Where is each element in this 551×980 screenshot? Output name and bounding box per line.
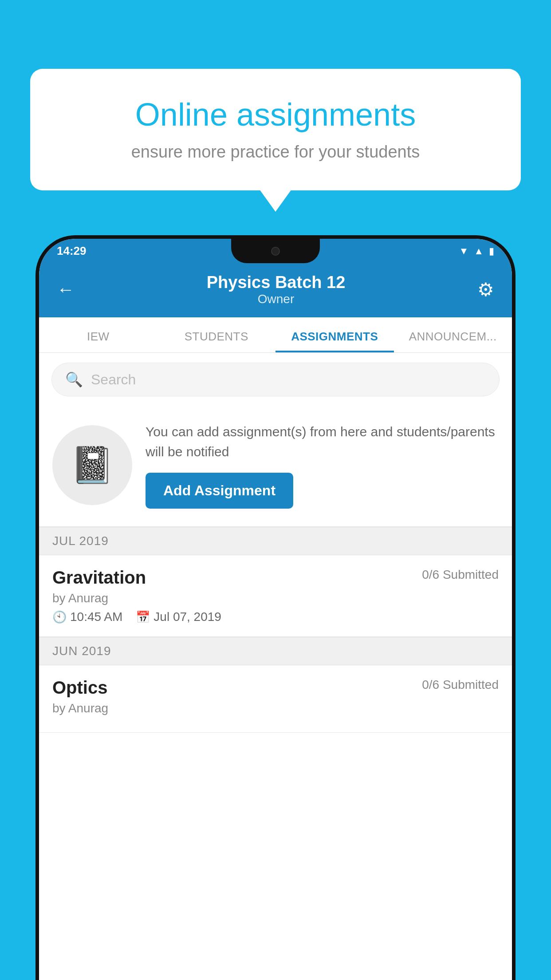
search-icon: 🔍 [65,371,83,388]
search-bar[interactable]: 🔍 Search [51,363,500,396]
promo-icon-circle: 📓 [52,425,132,505]
tab-students[interactable]: STUDENTS [157,317,276,352]
header-title: Physics Batch 12 [75,273,477,292]
status-bar: 14:29 ▼ ▲ ▮ [39,239,512,263]
notch [231,239,320,263]
assignment-meta: 🕙 10:45 AM 📅 Jul 07, 2019 [52,610,499,624]
assignment-by-optics: by Anurag [52,701,499,715]
calendar-icon: 📅 [136,610,150,624]
notebook-icon: 📓 [70,444,114,486]
assignment-submitted-optics: 0/6 Submitted [422,678,499,692]
back-button[interactable]: ← [57,280,75,300]
assignment-top-row: Gravitation 0/6 Submitted [52,568,499,588]
assignment-date-value: Jul 07, 2019 [153,610,221,624]
speech-bubble-container: Online assignments ensure more practice … [30,69,521,190]
assignment-item-gravitation[interactable]: Gravitation 0/6 Submitted by Anurag 🕙 10… [39,555,512,637]
bubble-subtitle: ensure more practice for your students [61,142,490,162]
camera-dot [271,247,280,256]
assignment-date: 📅 Jul 07, 2019 [136,610,221,624]
assignment-time: 🕙 10:45 AM [52,610,122,624]
promo-content: You can add assignment(s) from here and … [146,422,499,509]
settings-icon[interactable]: ⚙ [477,279,494,300]
phone-frame: 14:29 ▼ ▲ ▮ ← Physics Batch 12 Owner ⚙ [35,235,516,980]
assignment-by: by Anurag [52,591,499,605]
section-header-jul: JUL 2019 [39,527,512,555]
promo-text: You can add assignment(s) from here and … [146,422,499,462]
tab-bar: IEW STUDENTS ASSIGNMENTS ANNOUNCEM... [39,317,512,353]
search-placeholder: Search [91,371,136,388]
assignment-title: Gravitation [52,568,146,588]
battery-icon: ▮ [489,245,494,257]
app-header: ← Physics Batch 12 Owner ⚙ [39,263,512,317]
section-header-jun: JUN 2019 [39,637,512,665]
bubble-title: Online assignments [61,95,490,134]
promo-block: 📓 You can add assignment(s) from here an… [39,406,512,527]
assignment-submitted: 0/6 Submitted [422,568,499,582]
assignment-top-row-optics: Optics 0/6 Submitted [52,678,499,698]
assignment-item-optics[interactable]: Optics 0/6 Submitted by Anurag [39,665,512,733]
speech-bubble: Online assignments ensure more practice … [30,69,521,190]
phone-screen: 14:29 ▼ ▲ ▮ ← Physics Batch 12 Owner ⚙ [39,239,512,980]
phone-inner: 14:29 ▼ ▲ ▮ ← Physics Batch 12 Owner ⚙ [39,239,512,980]
wifi-icon: ▼ [459,245,468,257]
assignment-time-value: 10:45 AM [70,610,122,624]
status-icons: ▼ ▲ ▮ [459,245,494,257]
header-title-block: Physics Batch 12 Owner [75,273,477,306]
search-bar-container: 🔍 Search [39,353,512,406]
assignment-title-optics: Optics [52,678,107,698]
add-assignment-button[interactable]: Add Assignment [146,473,293,509]
header-subtitle: Owner [75,292,477,306]
signal-icon: ▲ [474,245,484,257]
clock-icon: 🕙 [52,610,67,624]
tab-overview[interactable]: IEW [39,317,157,352]
tab-assignments[interactable]: ASSIGNMENTS [276,317,394,352]
status-time: 14:29 [57,244,87,258]
tab-announcements[interactable]: ANNOUNCEM... [394,317,512,352]
